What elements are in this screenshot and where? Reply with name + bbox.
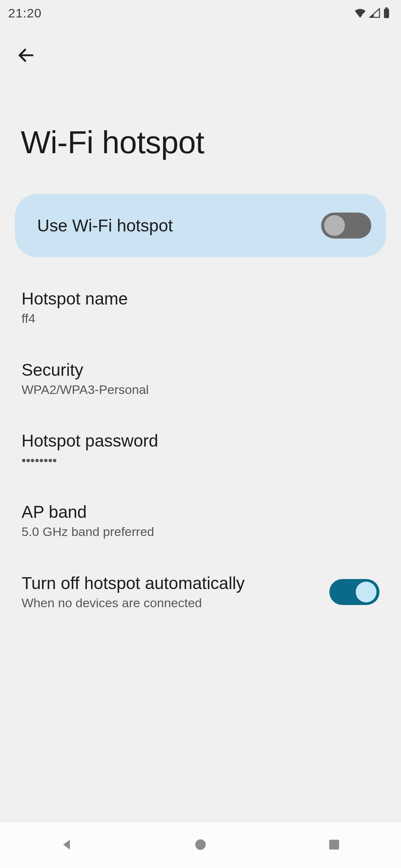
back-button[interactable] [11,41,41,70]
ap-band-value: 5.0 GHz band preferred [22,524,154,539]
hotspot-password-row[interactable]: Hotspot password •••••••• [22,414,379,485]
ap-band-title: AP band [22,502,154,522]
signal-icon [369,8,380,18]
nav-recents-button[interactable] [297,822,371,868]
svg-rect-2 [384,9,389,18]
svg-text:5: 5 [362,13,365,17]
status-bar: 21:20 5 [0,0,401,26]
status-time: 21:20 [8,6,42,20]
hotspot-password-title: Hotspot password [22,431,158,451]
square-recents-icon [327,837,342,853]
use-wifi-hotspot-switch[interactable] [321,213,371,239]
svg-rect-1 [385,7,388,9]
ap-band-row[interactable]: AP band 5.0 GHz band preferred [22,485,379,556]
battery-icon [383,7,390,19]
circle-home-icon [193,837,208,853]
security-row[interactable]: Security WPA2/WPA3-Personal [22,343,379,414]
svg-rect-4 [329,839,339,849]
wifi-icon: 5 [354,8,366,18]
svg-point-3 [195,839,206,849]
auto-off-subtitle: When no devices are connected [22,595,245,611]
security-title: Security [22,360,149,380]
triangle-back-icon [59,837,74,853]
auto-off-row[interactable]: Turn off hotspot automatically When no d… [22,556,379,628]
security-value: WPA2/WPA3-Personal [22,382,149,397]
nav-back-button[interactable] [30,822,104,868]
hotspot-password-value: •••••••• [22,453,158,468]
arrow-left-icon [16,46,36,66]
use-wifi-hotspot-row[interactable]: Use Wi-Fi hotspot [15,194,386,257]
use-wifi-hotspot-label: Use Wi-Fi hotspot [37,216,173,236]
hotspot-name-value: ff4 [22,311,128,326]
navigation-bar [0,822,401,868]
auto-off-switch[interactable] [329,579,379,605]
status-icons: 5 [354,7,390,19]
page-title: Wi-Fi hotspot [11,70,394,194]
auto-off-title: Turn off hotspot automatically [22,573,245,593]
nav-home-button[interactable] [163,822,238,868]
hotspot-name-title: Hotspot name [22,289,128,309]
hotspot-name-row[interactable]: Hotspot name ff4 [22,272,379,343]
